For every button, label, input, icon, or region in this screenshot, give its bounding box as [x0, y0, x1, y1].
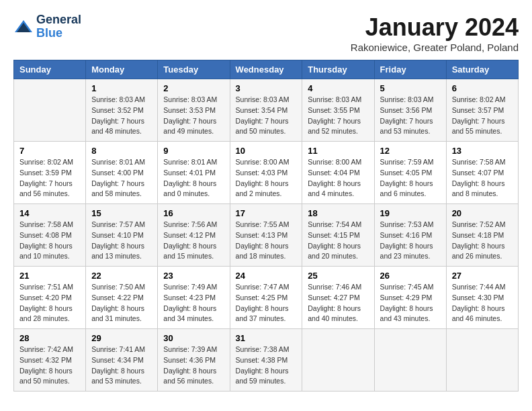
calendar-cell: 12Sunrise: 7:59 AMSunset: 4:05 PMDayligh… — [374, 142, 446, 204]
day-info: Sunrise: 7:56 AMSunset: 4:12 PMDaylight:… — [163, 220, 224, 262]
day-info: Sunrise: 7:58 AMSunset: 4:08 PMDaylight:… — [19, 220, 80, 262]
day-info: Sunrise: 7:55 AMSunset: 4:13 PMDaylight:… — [236, 220, 297, 262]
calendar-cell: 18Sunrise: 7:54 AMSunset: 4:15 PMDayligh… — [302, 204, 374, 267]
calendar-cell: 10Sunrise: 8:00 AMSunset: 4:03 PMDayligh… — [230, 142, 302, 204]
weekday-header-sunday: Sunday — [14, 60, 86, 79]
month-title: January 2024 — [351, 13, 519, 42]
day-number: 14 — [19, 208, 80, 218]
day-info: Sunrise: 8:00 AMSunset: 4:03 PMDaylight:… — [236, 157, 297, 199]
day-info: Sunrise: 7:58 AMSunset: 4:07 PMDaylight:… — [452, 157, 513, 199]
calendar-cell: 7Sunrise: 8:02 AMSunset: 3:59 PMDaylight… — [14, 142, 86, 204]
calendar-cell: 20Sunrise: 7:52 AMSunset: 4:18 PMDayligh… — [446, 204, 518, 267]
day-info: Sunrise: 7:50 AMSunset: 4:22 PMDaylight:… — [91, 282, 152, 324]
day-number: 12 — [380, 146, 441, 156]
calendar-cell: 30Sunrise: 7:39 AMSunset: 4:36 PMDayligh… — [158, 329, 230, 392]
calendar-cell: 27Sunrise: 7:44 AMSunset: 4:30 PMDayligh… — [446, 267, 518, 329]
day-number: 9 — [163, 146, 224, 156]
calendar-week-row: 21Sunrise: 7:51 AMSunset: 4:20 PMDayligh… — [14, 267, 519, 329]
calendar-cell: 24Sunrise: 7:47 AMSunset: 4:25 PMDayligh… — [230, 267, 302, 329]
calendar-table: SundayMondayTuesdayWednesdayThursdayFrid… — [13, 60, 519, 392]
day-info: Sunrise: 7:57 AMSunset: 4:10 PMDaylight:… — [91, 220, 152, 262]
calendar-cell: 1Sunrise: 8:03 AMSunset: 3:52 PMDaylight… — [86, 79, 158, 142]
weekday-header-tuesday: Tuesday — [158, 60, 230, 79]
day-info: Sunrise: 7:42 AMSunset: 4:32 PMDaylight:… — [19, 345, 80, 387]
day-number: 17 — [236, 208, 297, 218]
weekday-header-row: SundayMondayTuesdayWednesdayThursdayFrid… — [14, 60, 519, 79]
day-info: Sunrise: 8:02 AMSunset: 3:59 PMDaylight:… — [19, 157, 80, 199]
day-number: 31 — [236, 333, 297, 343]
day-info: Sunrise: 8:01 AMSunset: 4:00 PMDaylight:… — [91, 157, 152, 199]
title-area: January 2024 Rakoniewice, Greater Poland… — [351, 13, 519, 53]
day-info: Sunrise: 7:59 AMSunset: 4:05 PMDaylight:… — [380, 157, 441, 199]
header: General Blue January 2024 Rakoniewice, G… — [13, 13, 519, 53]
calendar-cell — [446, 329, 518, 392]
day-number: 5 — [380, 83, 441, 93]
weekday-header-friday: Friday — [374, 60, 446, 79]
calendar-cell: 15Sunrise: 7:57 AMSunset: 4:10 PMDayligh… — [86, 204, 158, 267]
calendar-cell: 16Sunrise: 7:56 AMSunset: 4:12 PMDayligh… — [158, 204, 230, 267]
day-number: 1 — [91, 83, 152, 93]
calendar-cell — [14, 79, 86, 142]
calendar-week-row: 28Sunrise: 7:42 AMSunset: 4:32 PMDayligh… — [14, 329, 519, 392]
day-number: 21 — [19, 271, 80, 281]
day-info: Sunrise: 7:49 AMSunset: 4:23 PMDaylight:… — [163, 282, 224, 324]
day-info: Sunrise: 8:02 AMSunset: 3:57 PMDaylight:… — [452, 95, 513, 137]
weekday-header-monday: Monday — [86, 60, 158, 79]
day-number: 11 — [308, 146, 368, 156]
weekday-header-wednesday: Wednesday — [230, 60, 302, 79]
calendar-cell — [302, 329, 374, 392]
day-number: 19 — [380, 208, 441, 218]
day-number: 18 — [308, 208, 368, 218]
calendar-cell: 8Sunrise: 8:01 AMSunset: 4:00 PMDaylight… — [86, 142, 158, 204]
day-number: 25 — [308, 271, 368, 281]
calendar-cell: 31Sunrise: 7:38 AMSunset: 4:38 PMDayligh… — [230, 329, 302, 392]
day-number: 23 — [163, 271, 224, 281]
logo: General Blue — [13, 13, 81, 40]
logo-text: General Blue — [36, 13, 81, 40]
day-info: Sunrise: 7:38 AMSunset: 4:38 PMDaylight:… — [236, 345, 297, 387]
calendar-cell: 19Sunrise: 7:53 AMSunset: 4:16 PMDayligh… — [374, 204, 446, 267]
calendar-cell: 11Sunrise: 8:00 AMSunset: 4:04 PMDayligh… — [302, 142, 374, 204]
day-number: 20 — [452, 208, 513, 218]
day-number: 8 — [91, 146, 152, 156]
day-info: Sunrise: 7:39 AMSunset: 4:36 PMDaylight:… — [163, 345, 224, 387]
calendar-cell: 6Sunrise: 8:02 AMSunset: 3:57 PMDaylight… — [446, 79, 518, 142]
calendar-cell: 23Sunrise: 7:49 AMSunset: 4:23 PMDayligh… — [158, 267, 230, 329]
day-info: Sunrise: 7:45 AMSunset: 4:29 PMDaylight:… — [380, 282, 441, 324]
calendar-cell: 5Sunrise: 8:03 AMSunset: 3:56 PMDaylight… — [374, 79, 446, 142]
calendar-cell: 2Sunrise: 8:03 AMSunset: 3:53 PMDaylight… — [158, 79, 230, 142]
day-info: Sunrise: 7:44 AMSunset: 4:30 PMDaylight:… — [452, 282, 513, 324]
day-info: Sunrise: 7:53 AMSunset: 4:16 PMDaylight:… — [380, 220, 441, 262]
day-info: Sunrise: 7:41 AMSunset: 4:34 PMDaylight:… — [91, 345, 152, 387]
day-info: Sunrise: 8:03 AMSunset: 3:53 PMDaylight:… — [163, 95, 224, 137]
calendar-cell: 29Sunrise: 7:41 AMSunset: 4:34 PMDayligh… — [86, 329, 158, 392]
day-number: 6 — [452, 83, 513, 93]
day-number: 2 — [163, 83, 224, 93]
day-number: 26 — [380, 271, 441, 281]
day-info: Sunrise: 8:03 AMSunset: 3:52 PMDaylight:… — [91, 95, 152, 137]
calendar-cell — [374, 329, 446, 392]
calendar-header: SundayMondayTuesdayWednesdayThursdayFrid… — [14, 60, 519, 79]
weekday-header-saturday: Saturday — [446, 60, 518, 79]
day-number: 4 — [308, 83, 368, 93]
day-info: Sunrise: 8:03 AMSunset: 3:56 PMDaylight:… — [380, 95, 441, 137]
day-info: Sunrise: 7:51 AMSunset: 4:20 PMDaylight:… — [19, 282, 80, 324]
day-number: 3 — [236, 83, 297, 93]
day-info: Sunrise: 8:03 AMSunset: 3:55 PMDaylight:… — [308, 95, 368, 137]
day-number: 7 — [19, 146, 80, 156]
day-info: Sunrise: 7:52 AMSunset: 4:18 PMDaylight:… — [452, 220, 513, 262]
day-info: Sunrise: 7:47 AMSunset: 4:25 PMDaylight:… — [236, 282, 297, 324]
day-number: 15 — [91, 208, 152, 218]
day-number: 28 — [19, 333, 80, 343]
calendar-cell: 4Sunrise: 8:03 AMSunset: 3:55 PMDaylight… — [302, 79, 374, 142]
calendar-cell: 26Sunrise: 7:45 AMSunset: 4:29 PMDayligh… — [374, 267, 446, 329]
day-number: 22 — [91, 271, 152, 281]
day-number: 10 — [236, 146, 297, 156]
calendar-cell: 17Sunrise: 7:55 AMSunset: 4:13 PMDayligh… — [230, 204, 302, 267]
day-info: Sunrise: 8:01 AMSunset: 4:01 PMDaylight:… — [163, 157, 224, 199]
logo-icon — [13, 19, 34, 35]
calendar-cell: 3Sunrise: 8:03 AMSunset: 3:54 PMDaylight… — [230, 79, 302, 142]
calendar-cell: 25Sunrise: 7:46 AMSunset: 4:27 PMDayligh… — [302, 267, 374, 329]
day-number: 13 — [452, 146, 513, 156]
calendar-week-row: 7Sunrise: 8:02 AMSunset: 3:59 PMDaylight… — [14, 142, 519, 204]
